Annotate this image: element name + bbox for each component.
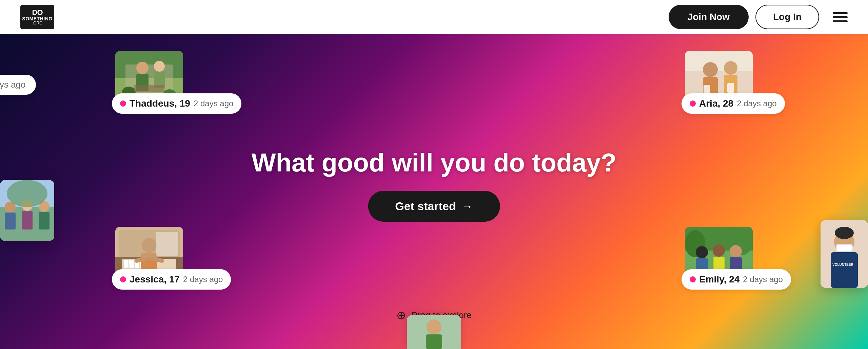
card-aria-label: Aria, 28 2 days ago [682,93,785,114]
svg-point-60 [427,319,441,334]
card-right-edge: VOLUNTEER [821,220,868,288]
svg-point-14 [724,61,737,75]
logo[interactable]: DO SOMETHING .ORG [20,5,54,29]
arrow-right-icon: → [461,200,473,213]
svg-text:VOLUNTEER: VOLUNTEER [832,263,853,267]
hamburger-line-3 [833,20,848,22]
partial-card-left: days ago [0,75,36,95]
hamburger-menu[interactable] [833,12,848,22]
card-thaddeus-label: Thaddeus, 19 2 days ago [112,93,241,114]
pink-dot-aria [690,100,696,107]
card-left-edge [0,180,54,241]
hero-headline: What good will you do today? [252,148,617,177]
hero-center: What good will you do today? Get started… [252,148,617,222]
svg-rect-31 [124,260,129,268]
pink-dot [120,100,126,107]
svg-rect-40 [156,232,178,256]
svg-point-5 [154,61,165,72]
svg-point-12 [703,62,718,77]
svg-point-45 [696,246,708,258]
svg-rect-17 [727,83,734,93]
hamburger-line-1 [833,12,848,14]
svg-rect-51 [714,257,724,271]
card-jessica: Jessica, 17 2 days ago [115,227,183,281]
svg-rect-61 [426,334,442,349]
join-now-button[interactable]: Join Now [669,5,749,29]
svg-point-49 [730,245,742,257]
login-button[interactable]: Log In [755,5,819,29]
card-jessica-label: Jessica, 17 2 days ago [112,269,231,290]
svg-point-58 [835,227,854,239]
nav-actions: Join Now Log In [669,5,848,29]
get-started-button[interactable]: Get started → [368,191,500,222]
card-emily-label: Emily, 24 2 days ago [682,269,791,290]
card-thaddeus: Thaddeus, 19 2 days ago [115,51,183,105]
svg-rect-22 [5,213,16,229]
svg-point-47 [713,244,725,257]
svg-rect-24 [22,211,33,229]
svg-rect-16 [704,85,710,94]
pink-dot-emily [690,276,696,282]
card-aria: Aria, 28 2 days ago [685,51,753,105]
hero-section: days ago [0,34,868,349]
svg-rect-55 [837,245,852,251]
svg-point-27 [7,180,47,207]
hamburger-line-2 [833,16,848,18]
card-bottom-center [407,315,461,349]
pink-dot-jessica [120,276,126,282]
card-emily: Emily, 24 2 days ago [685,227,753,281]
svg-rect-56 [831,252,858,288]
svg-rect-26 [39,212,50,229]
navbar: DO SOMETHING .ORG Join Now Log In [0,0,868,34]
drag-icon: ⊕ [396,308,406,322]
svg-rect-32 [129,260,134,268]
svg-point-3 [136,62,149,74]
svg-rect-9 [134,85,164,92]
